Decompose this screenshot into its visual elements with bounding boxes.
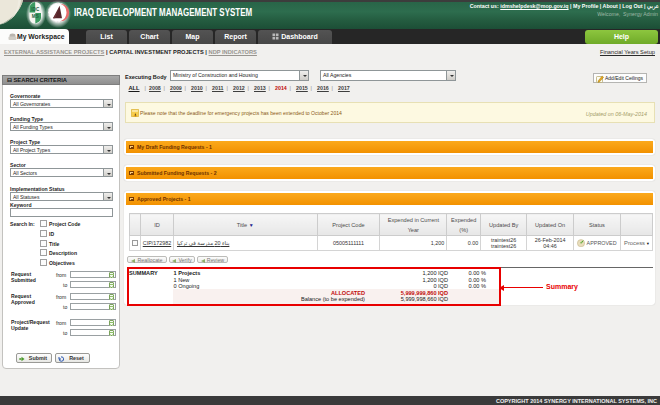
svg-text:IDC: IDC bbox=[31, 7, 40, 12]
svg-text:MS: MS bbox=[32, 14, 39, 19]
